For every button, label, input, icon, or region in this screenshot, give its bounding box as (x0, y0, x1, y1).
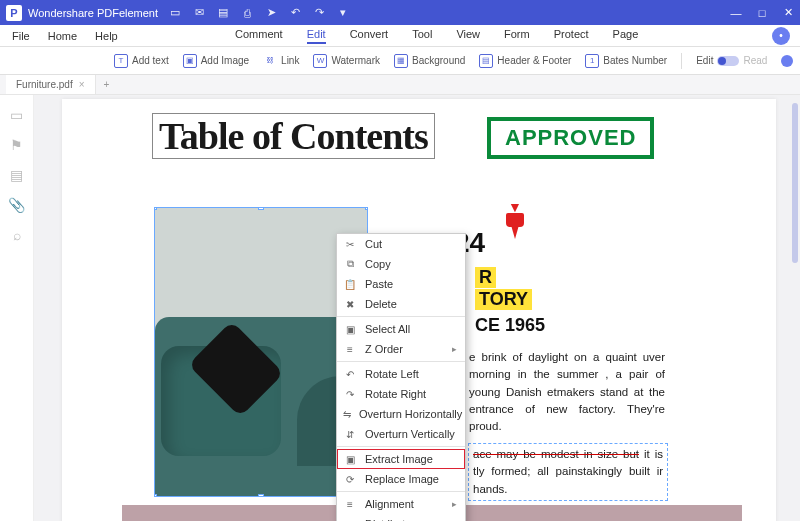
mail-icon[interactable]: ✉ (192, 6, 206, 20)
text-line: e brink of daylight on a quaint (469, 351, 637, 363)
edit-mode-label: Edit (696, 55, 713, 66)
menu-home[interactable]: Home (48, 30, 77, 42)
distribute-icon: ⋮ (343, 517, 357, 521)
watermark-button[interactable]: WWatermark (309, 54, 384, 68)
resize-handle[interactable] (154, 207, 157, 210)
text-line: tly formed; all painstakingly built (473, 465, 650, 477)
menu-convert[interactable]: Convert (350, 28, 389, 44)
highlight-text[interactable]: R (475, 267, 496, 288)
ctx-overturn-v[interactable]: ⇵Overturn Vertically (337, 424, 465, 444)
dropdown-icon[interactable]: ▾ (336, 6, 350, 20)
ctx-replace-image[interactable]: ⟳Replace Image (337, 469, 465, 489)
body-paragraph[interactable]: e brink of daylight on a quaint uver mor… (469, 349, 665, 435)
ctx-overturn-h[interactable]: ⇋Overturn Horizontally (337, 404, 465, 424)
attachments-icon[interactable]: 📎 (9, 197, 25, 213)
ctx-label: Z Order (365, 343, 403, 355)
ctx-label: Overturn Horizontally (359, 408, 462, 420)
ctx-alignment[interactable]: ≡Alignment▸ (337, 494, 465, 514)
ctx-label: Select All (365, 323, 410, 335)
close-button[interactable]: ✕ (782, 6, 794, 19)
subtitle-text[interactable]: CE 1965 (475, 315, 545, 336)
ctx-delete[interactable]: ✖Delete (337, 294, 465, 314)
menu-page[interactable]: Page (613, 28, 639, 44)
menu-help[interactable]: Help (95, 30, 118, 42)
pushpin-icon[interactable] (506, 199, 524, 239)
share-icon[interactable]: ➤ (264, 6, 278, 20)
ctx-rotate-right[interactable]: ↷Rotate Right (337, 384, 465, 404)
ctx-distribute[interactable]: ⋮Distribute▸ (337, 514, 465, 521)
new-tab-button[interactable]: + (96, 79, 118, 90)
background-button[interactable]: ▦Background (390, 54, 469, 68)
add-text-label: Add text (132, 55, 169, 66)
ctx-extract-image[interactable]: ▣Extract Image (337, 449, 465, 469)
add-image-button[interactable]: ▣Add Image (179, 54, 253, 68)
resize-handle[interactable] (365, 207, 368, 210)
ctx-cut[interactable]: ✂Cut (337, 234, 465, 254)
menu-comment[interactable]: Comment (235, 28, 283, 44)
menu-view[interactable]: View (456, 28, 480, 44)
highlight-text[interactable]: TORY (475, 289, 532, 310)
ctx-label: Overturn Vertically (365, 428, 455, 440)
header-footer-label: Header & Footer (497, 55, 571, 66)
rotate-left-icon: ↶ (343, 367, 357, 381)
approved-stamp[interactable]: APPROVED (487, 117, 654, 159)
title-table-of-contents[interactable]: Table of Contents (152, 113, 435, 159)
comments-icon[interactable]: ▤ (9, 167, 25, 183)
resize-handle[interactable] (258, 494, 264, 497)
strikethrough-text: ace may be modest in size but (473, 448, 639, 460)
redo-icon[interactable]: ↷ (312, 6, 326, 20)
ctx-select-all[interactable]: ▣Select All (337, 319, 465, 339)
header-footer-button[interactable]: ▤Header & Footer (475, 54, 575, 68)
link-icon: ⛓ (263, 54, 277, 68)
document-canvas[interactable]: Table of Contents APPROVED 24 R TORY CE … (34, 95, 800, 521)
app-logo: P (6, 5, 22, 21)
context-menu: ✂Cut ⧉Copy 📋Paste ✖Delete ▣Select All ≡Z… (336, 233, 466, 521)
ctx-z-order[interactable]: ≡Z Order▸ (337, 339, 465, 359)
menu-edit[interactable]: Edit (307, 28, 326, 44)
ctx-separator (337, 361, 465, 362)
ribbon-separator (681, 53, 682, 69)
vertical-scrollbar[interactable] (792, 103, 798, 263)
menu-file[interactable]: File (12, 30, 30, 42)
menu-bar: File Home Help Comment Edit Convert Tool… (0, 25, 800, 47)
ctx-separator (337, 316, 465, 317)
resize-handle[interactable] (258, 207, 264, 210)
tab-close-icon[interactable]: × (79, 79, 85, 90)
cut-icon: ✂ (343, 237, 357, 251)
delete-icon: ✖ (343, 297, 357, 311)
ctx-label: Alignment (365, 498, 414, 510)
body-paragraph-selected[interactable]: ace may be modest in size but it is tly … (468, 443, 668, 501)
open-icon[interactable]: ▭ (168, 6, 182, 20)
edit-mode-toggle[interactable]: EditRead (692, 55, 771, 66)
bookmarks-icon[interactable]: ⚑ (9, 137, 25, 153)
ctx-rotate-left[interactable]: ↶Rotate Left (337, 364, 465, 384)
thumbnails-icon[interactable]: ▭ (9, 107, 25, 123)
undo-icon[interactable]: ↶ (288, 6, 302, 20)
app-title: Wondershare PDFelement (28, 7, 158, 19)
maximize-button[interactable]: □ (756, 6, 768, 19)
resize-handle[interactable] (154, 494, 157, 497)
ctx-paste[interactable]: 📋Paste (337, 274, 465, 294)
user-avatar[interactable]: • (772, 27, 790, 45)
settings-button[interactable] (777, 55, 797, 67)
save-icon[interactable]: ▤ (216, 6, 230, 20)
ctx-label: Paste (365, 278, 393, 290)
minimize-button[interactable]: — (730, 6, 742, 19)
menu-protect[interactable]: Protect (554, 28, 589, 44)
z-order-icon: ≡ (343, 342, 357, 356)
ctx-copy[interactable]: ⧉Copy (337, 254, 465, 274)
print-icon[interactable]: ⎙ (240, 6, 254, 20)
menu-tool[interactable]: Tool (412, 28, 432, 44)
search-icon[interactable]: ⌕ (9, 227, 25, 243)
link-button[interactable]: ⛓Link (259, 54, 303, 68)
background-icon: ▦ (394, 54, 408, 68)
bates-button[interactable]: 1Bates Number (581, 54, 671, 68)
menu-form[interactable]: Form (504, 28, 530, 44)
gear-icon (781, 55, 793, 67)
ctx-label: Delete (365, 298, 397, 310)
submenu-arrow-icon: ▸ (452, 499, 457, 509)
tab-furniture[interactable]: Furniture.pdf × (6, 75, 96, 94)
watermark-icon: W (313, 54, 327, 68)
add-text-button[interactable]: TAdd text (110, 54, 173, 68)
ctx-label: Copy (365, 258, 391, 270)
